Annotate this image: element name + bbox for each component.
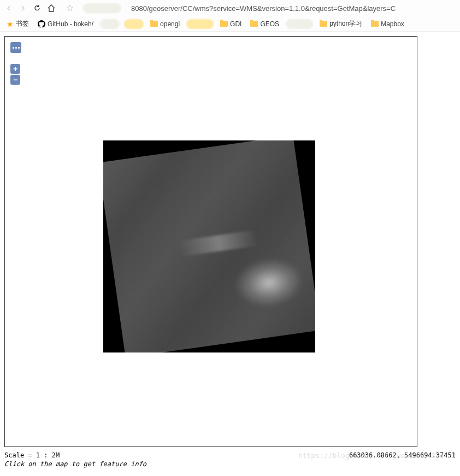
browser-toolbar: 8080/geoserver/CC/wms?service=WMS&versio… <box>0 0 460 16</box>
map-viewport[interactable]: + − <box>4 36 417 447</box>
bookmark-gdi[interactable]: GDI <box>218 19 244 29</box>
bookmark-label: python学习 <box>329 19 362 28</box>
bookmark-label: GDI <box>230 20 241 28</box>
folder-icon <box>320 21 327 27</box>
layer-options-button[interactable] <box>10 42 21 53</box>
reload-button[interactable] <box>33 4 42 13</box>
star-icon: ★ <box>7 20 14 28</box>
blurred-item <box>100 19 120 29</box>
watermark: https://blog.csdn.net/yuelizhe4774 <box>298 451 444 460</box>
github-icon <box>38 20 45 28</box>
bookmark-label: GEOS <box>260 20 279 28</box>
favorite-button[interactable] <box>66 4 74 13</box>
satellite-image <box>103 140 315 352</box>
bookmarks-bar: ★ 书签 GitHub - bokeh/ opengl GDI GEOS pyt… <box>0 16 460 32</box>
scale-display: Scale = 1 : 2M <box>4 451 60 459</box>
folder-icon <box>250 21 258 27</box>
blurred-item <box>286 19 313 29</box>
folder-icon <box>371 21 379 27</box>
bookmark-label: GitHub - bokeh/ <box>48 20 93 28</box>
bookmark-label: Mapbox <box>381 20 404 28</box>
blurred-item <box>124 19 144 29</box>
zoom-in-button[interactable]: + <box>10 64 20 74</box>
bookmark-python[interactable]: python学习 <box>317 18 364 30</box>
back-button[interactable] <box>4 4 13 13</box>
folder-icon <box>220 21 228 27</box>
bookmark-mapbox[interactable]: Mapbox <box>369 19 406 29</box>
folder-icon <box>150 21 158 27</box>
bookmarks-label[interactable]: ★ 书签 <box>4 18 31 30</box>
bookmark-github[interactable]: GitHub - bokeh/ <box>36 19 96 29</box>
forward-button[interactable] <box>19 4 27 13</box>
map-layer-tile <box>103 140 315 352</box>
home-button[interactable] <box>47 4 56 13</box>
blurred-item <box>186 19 214 29</box>
bookmarks-text: 书签 <box>16 19 29 28</box>
feature-info-hint: Click on the map to get feature info <box>4 460 456 468</box>
zoom-out-button[interactable]: − <box>10 75 20 85</box>
zoom-controls: + − <box>10 64 21 85</box>
bookmark-geos[interactable]: GEOS <box>248 19 281 29</box>
url-bar[interactable]: 8080/geoserver/CC/wms?service=WMS&versio… <box>131 4 396 13</box>
map-controls: + − <box>10 42 21 85</box>
blurred-item <box>83 3 121 13</box>
bookmark-label: opengl <box>160 20 180 28</box>
bookmark-opengl[interactable]: opengl <box>148 19 182 29</box>
